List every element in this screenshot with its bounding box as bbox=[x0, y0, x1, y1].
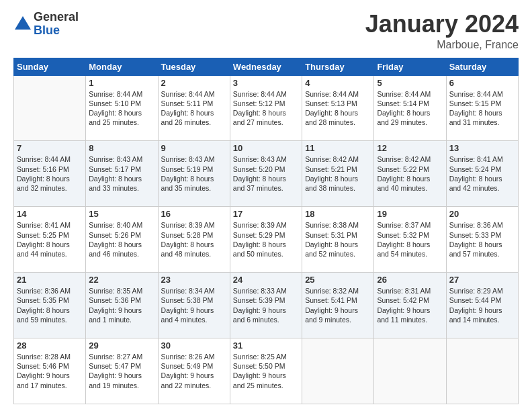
table-row: 13Sunrise: 8:41 AM Sunset: 5:24 PM Dayli… bbox=[446, 141, 518, 207]
table-row: 27Sunrise: 8:29 AM Sunset: 5:44 PM Dayli… bbox=[446, 273, 518, 338]
day-info: Sunrise: 8:29 AM Sunset: 5:44 PM Dayligh… bbox=[449, 286, 515, 324]
table-row: 11Sunrise: 8:42 AM Sunset: 5:21 PM Dayli… bbox=[302, 141, 374, 207]
day-number: 9 bbox=[161, 143, 227, 153]
day-number: 31 bbox=[233, 340, 299, 351]
day-number: 11 bbox=[305, 143, 371, 153]
day-number: 20 bbox=[449, 209, 515, 219]
day-info: Sunrise: 8:28 AM Sunset: 5:46 PM Dayligh… bbox=[17, 352, 83, 390]
day-info: Sunrise: 8:42 AM Sunset: 5:22 PM Dayligh… bbox=[377, 154, 443, 193]
day-number: 3 bbox=[233, 78, 299, 88]
col-thursday: Thursday bbox=[302, 58, 374, 75]
table-row: 30Sunrise: 8:26 AM Sunset: 5:49 PM Dayli… bbox=[158, 338, 230, 404]
day-number: 6 bbox=[449, 78, 515, 88]
day-info: Sunrise: 8:43 AM Sunset: 5:19 PM Dayligh… bbox=[161, 154, 227, 193]
day-info: Sunrise: 8:27 AM Sunset: 5:47 PM Dayligh… bbox=[89, 352, 154, 390]
day-number: 5 bbox=[377, 78, 443, 88]
day-number: 29 bbox=[89, 340, 154, 351]
day-info: Sunrise: 8:36 AM Sunset: 5:33 PM Dayligh… bbox=[449, 220, 515, 259]
table-row: 17Sunrise: 8:39 AM Sunset: 5:29 PM Dayli… bbox=[230, 207, 302, 273]
table-row: 5Sunrise: 8:44 AM Sunset: 5:14 PM Daylig… bbox=[374, 75, 446, 141]
day-info: Sunrise: 8:44 AM Sunset: 5:13 PM Dayligh… bbox=[305, 89, 371, 128]
table-row: 2Sunrise: 8:44 AM Sunset: 5:11 PM Daylig… bbox=[158, 75, 230, 141]
day-info: Sunrise: 8:44 AM Sunset: 5:11 PM Dayligh… bbox=[161, 89, 227, 128]
day-info: Sunrise: 8:44 AM Sunset: 5:12 PM Dayligh… bbox=[233, 89, 299, 128]
table-row bbox=[446, 338, 518, 404]
month-title: January 2024 bbox=[365, 11, 519, 38]
table-row: 20Sunrise: 8:36 AM Sunset: 5:33 PM Dayli… bbox=[446, 207, 518, 273]
day-number: 14 bbox=[17, 209, 83, 219]
day-info: Sunrise: 8:35 AM Sunset: 5:36 PM Dayligh… bbox=[89, 286, 154, 324]
day-number: 18 bbox=[305, 209, 371, 219]
table-row bbox=[302, 338, 374, 404]
table-row: 16Sunrise: 8:39 AM Sunset: 5:28 PM Dayli… bbox=[158, 207, 230, 273]
location-title: Marboue, France bbox=[365, 39, 519, 51]
day-number: 4 bbox=[305, 78, 371, 88]
table-row: 25Sunrise: 8:32 AM Sunset: 5:41 PM Dayli… bbox=[302, 273, 374, 338]
table-row: 4Sunrise: 8:44 AM Sunset: 5:13 PM Daylig… bbox=[302, 75, 374, 141]
day-number: 23 bbox=[161, 275, 227, 285]
table-row: 8Sunrise: 8:43 AM Sunset: 5:17 PM Daylig… bbox=[86, 141, 158, 207]
table-row: 19Sunrise: 8:37 AM Sunset: 5:32 PM Dayli… bbox=[374, 207, 446, 273]
day-info: Sunrise: 8:40 AM Sunset: 5:26 PM Dayligh… bbox=[89, 220, 154, 259]
table-row bbox=[14, 75, 86, 141]
logo-blue: Blue bbox=[34, 24, 79, 38]
day-info: Sunrise: 8:44 AM Sunset: 5:16 PM Dayligh… bbox=[17, 154, 83, 193]
day-info: Sunrise: 8:43 AM Sunset: 5:20 PM Dayligh… bbox=[233, 154, 299, 193]
day-number: 12 bbox=[377, 143, 443, 153]
table-row: 21Sunrise: 8:36 AM Sunset: 5:35 PM Dayli… bbox=[14, 273, 86, 338]
table-row: 26Sunrise: 8:31 AM Sunset: 5:42 PM Dayli… bbox=[374, 273, 446, 338]
table-row: 9Sunrise: 8:43 AM Sunset: 5:19 PM Daylig… bbox=[158, 141, 230, 207]
day-info: Sunrise: 8:43 AM Sunset: 5:17 PM Dayligh… bbox=[89, 154, 154, 193]
day-info: Sunrise: 8:39 AM Sunset: 5:28 PM Dayligh… bbox=[161, 220, 227, 259]
day-number: 30 bbox=[161, 340, 227, 351]
day-number: 19 bbox=[377, 209, 443, 219]
col-tuesday: Tuesday bbox=[158, 58, 230, 75]
logo-icon bbox=[13, 15, 32, 34]
logo: General Blue bbox=[13, 11, 79, 38]
day-info: Sunrise: 8:38 AM Sunset: 5:31 PM Dayligh… bbox=[305, 220, 371, 259]
header: General Blue January 2024 Marboue, Franc… bbox=[13, 11, 519, 51]
day-number: 1 bbox=[89, 78, 154, 88]
day-number: 16 bbox=[161, 209, 227, 219]
day-number: 22 bbox=[89, 275, 154, 285]
header-row: Sunday Monday Tuesday Wednesday Thursday… bbox=[14, 58, 519, 75]
day-number: 27 bbox=[449, 275, 515, 285]
day-number: 15 bbox=[89, 209, 154, 219]
calendar-table: Sunday Monday Tuesday Wednesday Thursday… bbox=[13, 58, 519, 404]
table-row: 18Sunrise: 8:38 AM Sunset: 5:31 PM Dayli… bbox=[302, 207, 374, 273]
day-info: Sunrise: 8:25 AM Sunset: 5:50 PM Dayligh… bbox=[233, 352, 299, 390]
table-row: 15Sunrise: 8:40 AM Sunset: 5:26 PM Dayli… bbox=[86, 207, 158, 273]
table-row bbox=[374, 338, 446, 404]
col-wednesday: Wednesday bbox=[230, 58, 302, 75]
day-info: Sunrise: 8:34 AM Sunset: 5:38 PM Dayligh… bbox=[161, 286, 227, 324]
table-row: 29Sunrise: 8:27 AM Sunset: 5:47 PM Dayli… bbox=[86, 338, 158, 404]
logo-general: General bbox=[34, 11, 79, 24]
col-monday: Monday bbox=[86, 58, 158, 75]
day-info: Sunrise: 8:42 AM Sunset: 5:21 PM Dayligh… bbox=[305, 154, 371, 193]
col-sunday: Sunday bbox=[14, 58, 86, 75]
table-row: 14Sunrise: 8:41 AM Sunset: 5:25 PM Dayli… bbox=[14, 207, 86, 273]
day-number: 24 bbox=[233, 275, 299, 285]
day-number: 13 bbox=[449, 143, 515, 153]
day-number: 25 bbox=[305, 275, 371, 285]
day-info: Sunrise: 8:33 AM Sunset: 5:39 PM Dayligh… bbox=[233, 286, 299, 324]
table-row: 1Sunrise: 8:44 AM Sunset: 5:10 PM Daylig… bbox=[86, 75, 158, 141]
table-row: 31Sunrise: 8:25 AM Sunset: 5:50 PM Dayli… bbox=[230, 338, 302, 404]
day-info: Sunrise: 8:32 AM Sunset: 5:41 PM Dayligh… bbox=[305, 286, 371, 324]
day-info: Sunrise: 8:44 AM Sunset: 5:10 PM Dayligh… bbox=[89, 89, 154, 128]
table-row: 28Sunrise: 8:28 AM Sunset: 5:46 PM Dayli… bbox=[14, 338, 86, 404]
table-row: 24Sunrise: 8:33 AM Sunset: 5:39 PM Dayli… bbox=[230, 273, 302, 338]
day-number: 10 bbox=[233, 143, 299, 153]
col-friday: Friday bbox=[374, 58, 446, 75]
day-info: Sunrise: 8:44 AM Sunset: 5:15 PM Dayligh… bbox=[449, 89, 515, 128]
col-saturday: Saturday bbox=[446, 58, 518, 75]
table-row: 10Sunrise: 8:43 AM Sunset: 5:20 PM Dayli… bbox=[230, 141, 302, 207]
table-row: 6Sunrise: 8:44 AM Sunset: 5:15 PM Daylig… bbox=[446, 75, 518, 141]
table-row: 7Sunrise: 8:44 AM Sunset: 5:16 PM Daylig… bbox=[14, 141, 86, 207]
day-number: 21 bbox=[17, 275, 83, 285]
day-info: Sunrise: 8:37 AM Sunset: 5:32 PM Dayligh… bbox=[377, 220, 443, 259]
day-number: 28 bbox=[17, 340, 83, 351]
day-info: Sunrise: 8:44 AM Sunset: 5:14 PM Dayligh… bbox=[377, 89, 443, 128]
page: General Blue January 2024 Marboue, Franc… bbox=[0, 0, 532, 411]
day-info: Sunrise: 8:31 AM Sunset: 5:42 PM Dayligh… bbox=[377, 286, 443, 324]
